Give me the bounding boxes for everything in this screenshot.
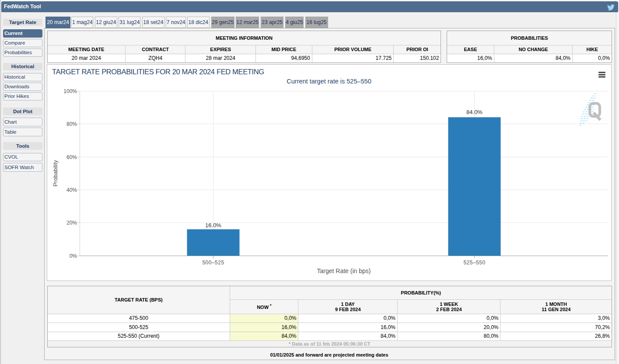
svg-text:60%: 60% [66, 154, 77, 160]
svg-text:Probability: Probability [52, 160, 59, 187]
svg-text:500–525: 500–525 [202, 260, 224, 266]
svg-text:20%: 20% [66, 220, 77, 226]
svg-text:525–550: 525–550 [463, 260, 485, 266]
svg-text:TARGET RATE PROBABILITIES FOR: TARGET RATE PROBABILITIES FOR 20 MAR 202… [52, 68, 264, 76]
svg-text:100%: 100% [63, 88, 77, 94]
svg-text:Target Rate (in bps): Target Rate (in bps) [317, 267, 371, 274]
svg-text:40%: 40% [66, 187, 77, 193]
svg-text:84.0%: 84.0% [466, 109, 483, 115]
svg-text:16.0%: 16.0% [205, 222, 221, 229]
svg-text:0%: 0% [70, 253, 77, 259]
svg-text:Current target rate is 525–550: Current target rate is 525–550 [287, 78, 371, 85]
svg-text:80%: 80% [66, 121, 77, 127]
